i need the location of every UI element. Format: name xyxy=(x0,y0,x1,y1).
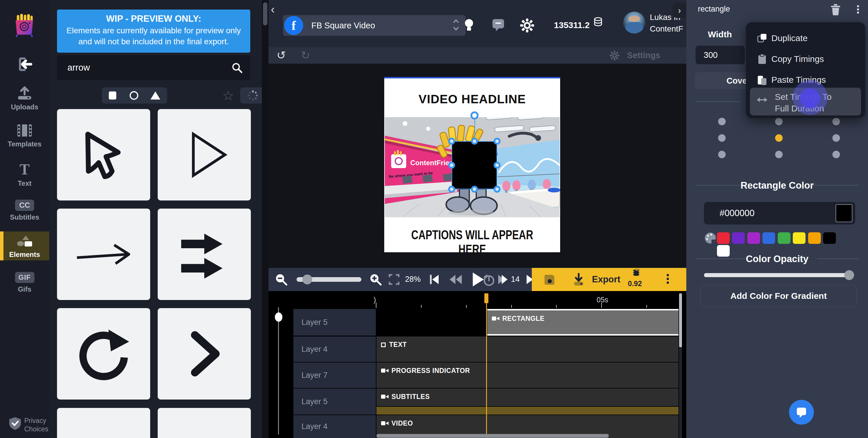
selected-rectangle-element[interactable] xyxy=(452,141,497,189)
color-preview-swatch[interactable] xyxy=(836,204,852,222)
resize-handle-ne[interactable] xyxy=(494,138,500,145)
color-swatch[interactable] xyxy=(732,232,745,244)
element-card-redo-arrow[interactable] xyxy=(57,308,150,400)
loop-timer-button[interactable] xyxy=(483,274,495,286)
collapse-panel-button[interactable]: › xyxy=(673,3,686,18)
back-chevron-button[interactable]: ‹ xyxy=(271,3,275,16)
resize-handle-nw[interactable] xyxy=(448,138,455,145)
video-headline-text[interactable]: VIDEO HEADLINE xyxy=(384,92,560,106)
position-dot[interactable] xyxy=(718,118,726,125)
color-swatch[interactable] xyxy=(717,232,730,244)
position-dot-selected[interactable] xyxy=(775,134,783,142)
rewind-button[interactable] xyxy=(448,274,462,285)
filter-circle-button[interactable] xyxy=(123,87,145,103)
tips-lightbulb-button[interactable] xyxy=(464,18,474,33)
color-swatch[interactable] xyxy=(747,232,760,244)
fullscreen-button[interactable] xyxy=(388,274,400,285)
opacity-slider[interactable] xyxy=(704,273,852,277)
color-swatch[interactable] xyxy=(823,232,836,244)
filter-square-button[interactable] xyxy=(102,87,123,103)
redo-button[interactable]: ↻ xyxy=(301,49,310,62)
element-card-parallelogram-partial[interactable] xyxy=(158,408,251,438)
menu-item-copy-timings[interactable]: Copy Timings xyxy=(753,50,858,68)
user-avatar[interactable] xyxy=(623,11,645,34)
position-dot[interactable] xyxy=(832,118,840,125)
element-card-arrow-partial[interactable] xyxy=(57,408,150,438)
search-input[interactable] xyxy=(67,56,229,79)
position-dot[interactable] xyxy=(718,151,726,158)
resize-handle-w[interactable] xyxy=(448,162,455,169)
element-card-cursor-arrow[interactable] xyxy=(57,109,150,200)
layer-label[interactable]: Layer 4 xyxy=(293,337,376,362)
menu-item-duplicate[interactable]: Duplicate xyxy=(753,29,858,47)
slider-thumb[interactable] xyxy=(844,270,854,280)
add-gradient-button[interactable]: Add Color For Gradient xyxy=(700,285,857,307)
save-draft-button[interactable] xyxy=(544,274,556,286)
layer-label[interactable]: Layer 5 xyxy=(293,309,376,336)
sidebar-item-subtitles[interactable]: CC Subtitles xyxy=(0,199,49,221)
layer-height-slider-track[interactable] xyxy=(278,307,279,435)
timeline-zoom-in-button[interactable] xyxy=(369,273,382,286)
playhead-line[interactable] xyxy=(486,293,487,438)
sidebar-item-text[interactable]: T Text xyxy=(0,162,49,187)
feedback-chat-button[interactable] xyxy=(492,19,505,32)
layer-height-slider-thumb[interactable] xyxy=(275,312,282,322)
color-hex-input[interactable]: #000000 xyxy=(704,202,855,224)
clip-text[interactable]: TEXT xyxy=(376,337,679,362)
fast-forward-button[interactable] xyxy=(498,274,511,285)
width-input[interactable]: 300 xyxy=(695,46,745,64)
color-swatch[interactable] xyxy=(778,232,790,244)
export-more-options-button[interactable] xyxy=(666,273,669,285)
skip-to-start-button[interactable] xyxy=(428,274,440,285)
resize-handle-s[interactable] xyxy=(471,186,478,193)
position-dot[interactable] xyxy=(718,134,726,142)
clip-subtitles[interactable]: SUBTITLES xyxy=(376,388,679,406)
chat-bubble-button[interactable] xyxy=(789,400,814,425)
element-menu-button[interactable] xyxy=(857,4,859,15)
layer-label[interactable]: Layer 5 xyxy=(293,388,376,414)
sidebar-item-uploads[interactable]: Uploads xyxy=(0,86,49,111)
position-dot[interactable] xyxy=(832,151,840,158)
search-icon[interactable] xyxy=(231,62,243,73)
resize-handle-n[interactable] xyxy=(471,138,478,145)
position-dot[interactable] xyxy=(775,151,783,158)
resize-handle-e[interactable] xyxy=(494,162,500,169)
element-card-double-arrow-right[interactable] xyxy=(158,209,251,300)
position-dot[interactable] xyxy=(832,134,840,142)
position-dot[interactable] xyxy=(775,118,783,125)
rotate-handle[interactable] xyxy=(470,112,478,120)
element-card-thin-arrow-right[interactable] xyxy=(57,209,150,300)
clip-rectangle[interactable]: RECTANGLE xyxy=(487,309,679,336)
undo-button[interactable]: ↺ xyxy=(277,49,286,62)
project-settings-gear-button[interactable] xyxy=(520,18,535,33)
layer-label[interactable]: Layer 7 xyxy=(293,363,376,388)
exit-editor-button[interactable] xyxy=(0,57,49,74)
sidebar-item-elements[interactable]: Elements xyxy=(0,231,49,260)
clip-progress-indicator[interactable]: PROGRESS INDICATOR xyxy=(376,363,679,388)
export-button[interactable]: Export xyxy=(592,274,620,285)
menu-item-set-timings[interactable]: Set Timings To Full Duration xyxy=(750,88,861,116)
color-swatch[interactable] xyxy=(763,232,775,244)
color-picker-button[interactable] xyxy=(704,231,717,245)
slider-thumb[interactable] xyxy=(302,275,312,284)
color-swatch[interactable] xyxy=(808,232,821,244)
scrollbar-thumb[interactable] xyxy=(263,2,267,26)
color-swatch[interactable] xyxy=(793,232,806,244)
video-canvas[interactable]: VIDEO HEADLINE xyxy=(269,64,686,268)
settings-button[interactable]: Settings xyxy=(609,47,660,64)
element-card-play-outline[interactable] xyxy=(158,109,251,200)
sidebar-item-gifs[interactable]: GIF Gifs xyxy=(0,272,49,293)
timeline-vertical-scrollbar[interactable] xyxy=(679,293,682,438)
favorites-star-button[interactable]: ☆ xyxy=(222,88,234,103)
element-search-box[interactable] xyxy=(57,55,250,80)
timeline-zoom-out-button[interactable] xyxy=(275,273,288,286)
scrollbar-thumb[interactable] xyxy=(679,293,682,347)
sidebar-item-templates[interactable]: Templates xyxy=(0,123,49,148)
resize-handle-se[interactable] xyxy=(494,186,500,193)
layer-label[interactable]: Layer 4 xyxy=(293,415,376,438)
contentfries-logo-icon[interactable] xyxy=(12,13,36,38)
preset-dropdown[interactable]: f FB Square Video xyxy=(283,15,466,36)
elements-panel-scrollbar[interactable] xyxy=(262,0,269,438)
captions-placeholder-text[interactable]: CAPTIONS WILL APPEAR HERE xyxy=(404,228,541,257)
element-card-chevron-right[interactable] xyxy=(158,308,251,400)
